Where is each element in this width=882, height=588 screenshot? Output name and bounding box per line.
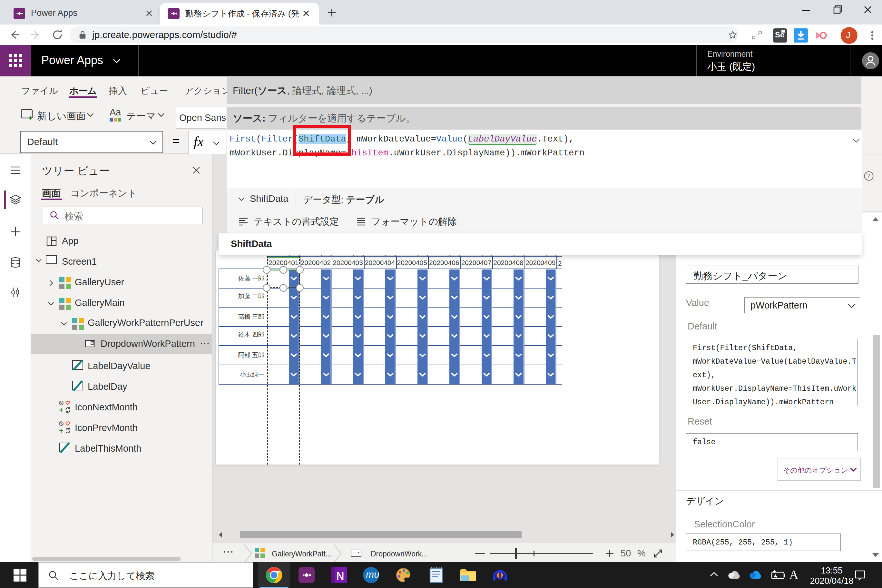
svg-text:?: ? — [867, 173, 870, 179]
